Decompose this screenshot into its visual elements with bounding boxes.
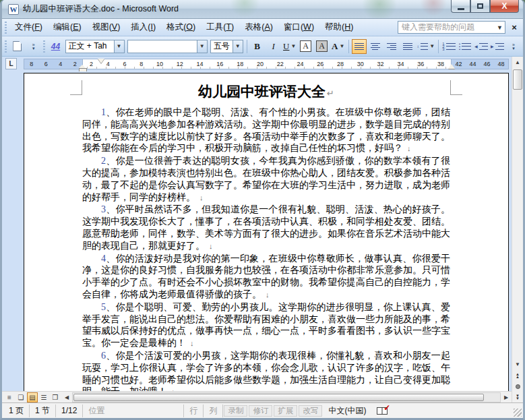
style-combobox[interactable]: 正文 + Tah ▼ [65,40,125,53]
menubar: 文件(F)编辑(E)视图(V)插入(I)格式(O)工具(T)表格(A)窗口(W)… [2,19,523,36]
browse-object-icon [516,384,520,389]
menu-item[interactable]: 格式(O) [161,19,201,36]
line-spacing-button[interactable]: ↕▼ [416,39,435,54]
align-right-button[interactable] [384,39,399,54]
outline-view-button[interactable]: ☰ [38,392,49,402]
vertical-scrollbar[interactable]: ▲ ▼ ▲▲ ▼▼ [512,57,523,402]
menu-item[interactable]: 窗口(W) [278,19,319,36]
record-macro-toggle[interactable]: 录制 [224,405,247,417]
maximize-button[interactable] [470,0,490,13]
underline-icon: U [283,41,289,52]
ruler-right-margin: 42444648 [452,59,508,69]
web-layout-view-button[interactable]: ❏ [16,392,26,402]
distribute-button[interactable] [400,39,415,54]
chevron-down-icon[interactable]: ▼ [233,40,243,53]
numbering-button[interactable]: 123 [441,39,456,54]
menubar-close-icon[interactable]: × [508,22,520,32]
next-page-button[interactable]: ▼▼ [512,392,523,402]
first-line-indent-marker[interactable] [98,59,104,63]
close-button[interactable]: X [490,0,519,13]
right-indent-marker[interactable] [448,64,455,69]
scroll-track[interactable] [512,91,523,359]
overtype-toggle[interactable]: 改写 [299,405,322,417]
track-changes-toggle[interactable]: 修订 [249,405,272,417]
scroll-down-arrow[interactable]: ▼ [512,359,523,370]
underline-button[interactable]: U▼ [282,39,297,54]
character-shading-button[interactable]: A [315,39,330,54]
new-document-button[interactable] [10,39,25,54]
character-border-button[interactable]: A [299,39,313,54]
character-scale-button[interactable]: A▼ [331,39,346,54]
menu-item[interactable]: 表格(A) [239,19,278,36]
chevron-down-icon[interactable]: ▼ [114,40,124,53]
ruler-number: 14 [197,61,204,67]
tab-stop-selector[interactable]: L [5,58,17,69]
align-center-button[interactable] [368,39,383,54]
paragraph-number: 3 [101,204,106,214]
menu-item[interactable]: 插入(I) [125,19,161,36]
titlebar[interactable]: W 幼儿园中班评语大全.doc - Microsoft Word X [2,0,523,19]
ruler-number: 26 [317,61,323,67]
bold-button[interactable]: B [250,39,265,54]
document-area[interactable]: 幼儿园中班评语大全↵ 1、你在老师的眼中是个聪明、活泼、有个性的小男孩。在班级中… [2,71,512,391]
select-browse-object-button[interactable] [512,381,523,392]
page[interactable]: 幼儿园中班评语大全↵ 1、你在老师的眼中是个聪明、活泼、有个性的小男孩。在班级中… [24,73,509,391]
horizontal-scrollbar[interactable] [72,392,501,402]
align-justify-button[interactable] [352,39,367,54]
styles-and-formatting-button[interactable]: 44 [49,39,63,54]
hanging-indent-marker[interactable] [79,65,86,68]
align-justify-icon [354,42,364,51]
scroll-up-arrow[interactable]: ▲ [512,57,523,68]
bullets-button[interactable]: ••• [458,39,472,54]
chevron-down-icon[interactable]: ▼ [495,24,505,31]
toolbar-options-button[interactable]: »▾ [26,39,41,54]
line-spacing-lines [421,42,429,51]
increase-indent-button[interactable]: ▶ [490,39,505,54]
status-position: 位置 [83,404,184,417]
reading-layout-view-button[interactable]: ❒ [50,392,61,402]
minimize-button[interactable] [451,0,470,13]
toolbar-grip[interactable] [43,40,45,53]
chevron-down-icon[interactable]: ▼ [290,43,296,49]
previous-page-button[interactable]: ▲▲ [512,370,523,381]
toolbar-grip[interactable] [5,22,7,34]
ruler-number: 2 [73,61,77,67]
close-icon: X [501,2,507,10]
menu-item[interactable]: 视图(V) [87,19,126,36]
print-layout-view-button[interactable]: ▤ [27,392,38,402]
help-question-input[interactable]: 键入需要帮助的问题 ▼ [398,21,505,34]
normal-view-button[interactable]: ≡ [4,392,15,402]
line-break-mark: ↓ [171,388,175,391]
horizontal-ruler[interactable]: 8642 2468101214161820222426283032343638 … [24,59,509,69]
chevron-down-icon[interactable]: ▼ [429,43,435,49]
chevron-down-icon[interactable]: ▼ [197,40,207,53]
vertical-scroll-thumb[interactable] [513,69,522,90]
font-size-combobox[interactable]: 五号 ▼ [210,40,243,53]
italic-button[interactable]: I [266,39,281,54]
menu-item[interactable]: 文件(F) [9,19,48,36]
scroll-right-arrow[interactable]: ▶ [501,392,512,402]
menu-item[interactable]: 工具(T) [201,19,239,36]
menu-item[interactable]: 帮助(H) [319,19,359,36]
resize-grip[interactable] [514,409,522,417]
separator [438,40,439,53]
status-language: 中文(中国) [323,404,371,417]
ruler-number: 10 [156,61,163,67]
ruler-number: 42 [455,61,462,67]
ruler-left-margin: 8642 [24,59,82,69]
spelling-status[interactable]: ✓ [371,404,393,417]
font-combobox[interactable]: ▼ [127,40,208,53]
spelling-check-book-icon: ✓ [377,407,388,415]
ruler-number: 44 [469,61,476,67]
paragraph-text: 、你在老师的眼中是个聪明、活泼、有个性的小男孩。在班级中你尊敬老师，团结同伴，能… [82,107,450,153]
extend-selection-toggle[interactable]: 扩展 [274,405,297,417]
toolbar-grip[interactable] [5,40,7,53]
toolbar-options-button[interactable]: »▾ [506,39,521,54]
horizontal-scroll-thumb[interactable] [73,394,484,401]
decrease-indent-button[interactable]: ◀ [474,39,489,54]
chevron-down-icon[interactable]: ▼ [339,43,344,49]
paragraph-number: 5 [101,302,106,312]
scroll-left-arrow[interactable]: ◀ [61,392,72,402]
menu-item[interactable]: 编辑(E) [48,19,87,36]
paragraph-number: 6 [101,351,106,361]
